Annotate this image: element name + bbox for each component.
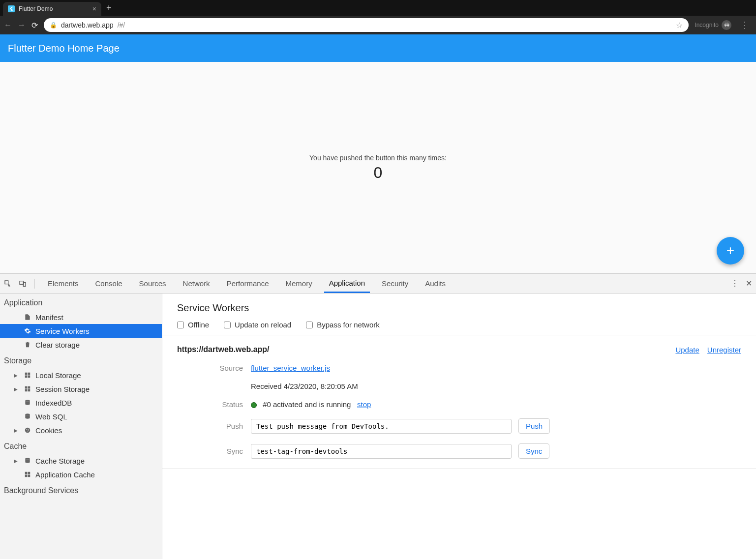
push-input[interactable] [251, 419, 512, 434]
sync-label: Sync [177, 447, 251, 455]
update-reload-checkbox[interactable]: Update on reload [224, 321, 291, 329]
devtools-more-icon[interactable]: ⋮ [731, 279, 739, 288]
sidebar-item-cookies[interactable]: ▶Cookies [0, 423, 162, 437]
browser-tab[interactable]: Flutter Demo × [3, 2, 101, 16]
toggle-device-icon[interactable] [19, 280, 27, 288]
sidebar-item-label: Local Storage [35, 371, 81, 380]
grid-icon [24, 372, 31, 379]
svg-point-6 [28, 429, 29, 430]
sidebar-item-manifest[interactable]: Manifest [0, 310, 162, 324]
sidebar-item-label: Cookies [35, 426, 62, 435]
svg-point-2 [25, 400, 30, 402]
offline-checkbox[interactable]: Offline [177, 321, 209, 329]
sidebar-section-application: Application [0, 294, 162, 310]
tab-strip: Flutter Demo × + [0, 0, 756, 16]
source-file-link[interactable]: flutter_service_worker.js [251, 364, 330, 372]
sidebar-item-label: Cache Storage [35, 457, 85, 465]
update-link[interactable]: Update [675, 346, 699, 354]
devtools-panel: ElementsConsoleSourcesNetworkPerformance… [0, 273, 756, 559]
cookie-icon [24, 427, 31, 434]
devtools-sidebar: ApplicationManifestService WorkersClear … [0, 294, 162, 559]
sidebar-item-web-sql[interactable]: Web SQL [0, 410, 162, 423]
divider [34, 279, 35, 289]
sidebar-item-application-cache[interactable]: Application Cache [0, 468, 162, 481]
counter-message: You have pushed the button this many tim… [309, 154, 447, 162]
devtools-tab-network[interactable]: Network [178, 274, 215, 293]
sidebar-item-clear-storage[interactable]: Clear storage [0, 338, 162, 352]
sidebar-item-session-storage[interactable]: ▶Session Storage [0, 382, 162, 396]
fab-add-button[interactable]: + [717, 237, 744, 265]
sidebar-section-background-services: Background Services [0, 481, 162, 498]
grid-icon [24, 471, 31, 478]
forward-button[interactable]: → [18, 21, 26, 29]
devtools-tab-console[interactable]: Console [91, 274, 127, 293]
svg-point-7 [27, 431, 28, 432]
address-bar[interactable]: 🔒 dartweb.web.app/#/ ☆ [44, 18, 689, 32]
svg-point-9 [25, 458, 30, 460]
db-icon [24, 413, 31, 420]
sidebar-section-storage: Storage [0, 352, 162, 368]
source-label: Source [177, 364, 251, 372]
disclosure-arrow-icon: ▶ [14, 386, 20, 392]
sidebar-item-local-storage[interactable]: ▶Local Storage [0, 368, 162, 382]
sidebar-item-cache-storage[interactable]: ▶Cache Storage [0, 454, 162, 468]
received-text: Received 4/23/2020, 8:20:05 AM [251, 382, 358, 390]
unregister-link[interactable]: Unregister [707, 346, 741, 354]
bypass-network-checkbox-input[interactable] [306, 322, 313, 328]
db-icon [24, 399, 31, 406]
chrome-menu-icon[interactable]: ⋮ [737, 20, 752, 30]
sidebar-item-label: Web SQL [35, 412, 67, 421]
disclosure-arrow-icon: ▶ [14, 373, 20, 378]
back-button[interactable]: ← [4, 21, 12, 29]
devtools-tab-memory[interactable]: Memory [281, 274, 317, 293]
close-tab-icon[interactable]: × [92, 5, 96, 13]
file-icon [24, 314, 31, 321]
bypass-network-checkbox[interactable]: Bypass for network [306, 321, 380, 329]
devtools-tab-performance[interactable]: Performance [222, 274, 274, 293]
svg-point-5 [26, 429, 27, 430]
sync-input[interactable] [251, 444, 512, 459]
panel-title: Service Workers [177, 302, 741, 314]
app-title: Flutter Demo Home Page [8, 43, 120, 54]
tab-title: Flutter Demo [19, 5, 53, 12]
devtools-tab-sources[interactable]: Sources [134, 274, 171, 293]
devtools-tab-elements[interactable]: Elements [43, 274, 84, 293]
svg-point-4 [25, 428, 30, 433]
incognito-icon: 🕶 [722, 20, 731, 30]
push-label: Push [177, 422, 251, 430]
push-button[interactable]: Push [518, 418, 550, 434]
update-reload-checkbox-input[interactable] [224, 322, 231, 328]
bypass-network-label: Bypass for network [317, 321, 380, 329]
sidebar-item-indexeddb[interactable]: IndexedDB [0, 396, 162, 410]
bookmark-star-icon[interactable]: ☆ [676, 21, 683, 30]
sidebar-item-label: Manifest [35, 313, 63, 322]
svg-point-8 [28, 430, 29, 431]
stop-link[interactable]: stop [357, 400, 371, 409]
flutter-favicon-icon [8, 5, 15, 12]
status-label: Status [177, 400, 251, 409]
app-viewport: Flutter Demo Home Page You have pushed t… [0, 34, 756, 273]
incognito-indicator[interactable]: Incognito 🕶 [695, 20, 731, 30]
sidebar-item-label: Service Workers [35, 327, 90, 335]
inspect-element-icon[interactable] [4, 280, 12, 288]
offline-checkbox-input[interactable] [177, 322, 184, 328]
disclosure-arrow-icon: ▶ [14, 428, 20, 433]
devtools-close-icon[interactable]: ✕ [746, 279, 752, 288]
devtools-tab-security[interactable]: Security [377, 274, 413, 293]
sw-origin: https://dartweb.web.app/ [177, 345, 270, 354]
sync-button[interactable]: Sync [518, 443, 549, 459]
app-body: You have pushed the button this many tim… [0, 62, 756, 273]
svg-point-3 [25, 413, 30, 415]
incognito-label: Incognito [695, 22, 719, 29]
reload-button[interactable]: ⟳ [31, 21, 38, 30]
devtools-tab-audits[interactable]: Audits [420, 274, 451, 293]
sidebar-item-label: IndexedDB [35, 399, 72, 407]
status-dot-icon [251, 402, 257, 408]
url-host: dartweb.web.app [61, 21, 114, 29]
sidebar-item-service-workers[interactable]: Service Workers [0, 324, 162, 338]
devtools-tab-application[interactable]: Application [324, 274, 370, 293]
sidebar-item-label: Application Cache [35, 471, 95, 479]
devtools-tabs: ElementsConsoleSourcesNetworkPerformance… [43, 274, 451, 293]
new-tab-button[interactable]: + [106, 3, 112, 13]
devtools-main: Service Workers Offline Update on reload… [162, 294, 756, 559]
